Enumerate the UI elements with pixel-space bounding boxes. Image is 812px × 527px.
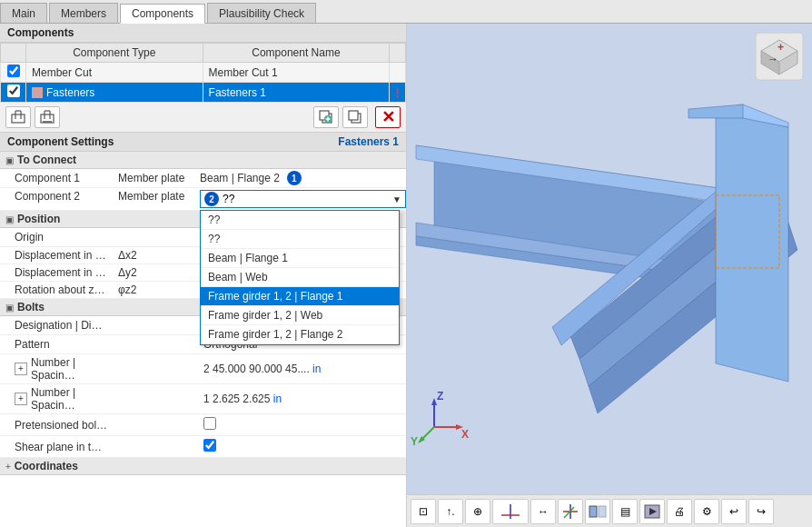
view-btn-rotate[interactable]: ↔: [530, 499, 556, 524]
badge-2: 2: [204, 192, 219, 206]
number-spacing1-row: +Number | Spacin… 2 45.000 90.000 45....…: [0, 354, 406, 384]
collapse-icon-position: ▣: [5, 214, 14, 224]
delete-btn[interactable]: ✕: [375, 106, 401, 128]
components-header: Components: [0, 24, 406, 43]
view-btn-display[interactable]: ▤: [612, 499, 638, 524]
settings-title: Component Settings: [7, 135, 114, 148]
row2-name: Fasteners 1: [203, 83, 390, 103]
view-btn-orient[interactable]: ↑.: [438, 499, 463, 524]
dropdown-popup: ?? ?? Beam | Flange 1 Beam | Web Frame g…: [200, 210, 400, 345]
component1-row: Component 1 Member plate Beam | Flange 2…: [0, 169, 406, 188]
rot-z-label: Rotation about z…: [0, 283, 118, 296]
disp-y-label: Displacement in …: [0, 266, 118, 279]
col-name: Component Name: [203, 44, 390, 63]
row2-type: Fasteners: [26, 83, 203, 103]
tab-members[interactable]: Members: [49, 3, 118, 23]
view-toolbar: ⊡ ↑. ⊕ ↔ ▤ 🖨 ⚙ ↩ ↪: [407, 494, 812, 527]
component1-sub: Member plate: [118, 172, 200, 184]
col-warn: [390, 44, 406, 63]
remove-component-btn[interactable]: [35, 106, 60, 128]
tab-plausibility[interactable]: Plausibility Check: [207, 3, 316, 23]
view-btn-home[interactable]: ⊡: [411, 499, 436, 524]
pretensioned-checkbox[interactable]: [203, 417, 216, 430]
add-component-btn[interactable]: [5, 106, 31, 128]
pretensioned-value: [200, 416, 406, 433]
svg-text:→: →: [767, 53, 778, 65]
pattern-label: Pattern: [0, 338, 118, 351]
group-coordinates[interactable]: + Coordinates: [0, 458, 406, 475]
view-btn-axes[interactable]: [492, 499, 529, 524]
svg-text:Y: Y: [411, 435, 418, 448]
component1-value: Beam | Flange 2 1: [200, 171, 406, 185]
row1-warn: [390, 63, 406, 83]
dropdown-option-1[interactable]: ??: [201, 211, 399, 230]
row1-name: Member Cut 1: [203, 63, 390, 83]
copy-btn[interactable]: [342, 106, 368, 128]
disp-x-label: Displacement in …: [0, 249, 118, 262]
group-label-coordinates: Coordinates: [15, 460, 78, 472]
dropdown-option-2[interactable]: ??: [201, 230, 399, 249]
group-label-position: Position: [17, 213, 60, 225]
collapse-icon-coords: +: [5, 462, 11, 472]
svg-text:Z: Z: [437, 390, 443, 403]
svg-text:+: +: [777, 41, 784, 54]
number-spacing2-row: +Number | Spacin… 1 2.625 2.625 in: [0, 384, 406, 414]
settings-component-name: Fasteners 1: [338, 135, 399, 148]
dropdown-option-5[interactable]: Frame girder 1, 2 | Flange 1: [201, 287, 399, 306]
table-row[interactable]: Member Cut Member Cut 1: [1, 63, 406, 83]
shear-value: [200, 438, 406, 455]
group-to-connect[interactable]: ▣ To Connect: [0, 152, 406, 169]
dropdown-option-7[interactable]: Frame girder 1, 2 | Flange 2: [201, 325, 399, 344]
nav-cube[interactable]: + →: [754, 31, 805, 82]
dropdown-option-4[interactable]: Beam | Web: [201, 268, 399, 287]
right-panel: Z X Y: [407, 24, 812, 527]
view-btn-redo[interactable]: ↪: [748, 499, 774, 524]
view-btn-z-orient[interactable]: [558, 499, 583, 524]
group-label-bolts: Bolts: [17, 301, 45, 313]
tab-main[interactable]: Main: [0, 3, 47, 23]
main-layout: Components Component Type Component Name…: [0, 24, 812, 527]
shear-checkbox[interactable]: [203, 439, 216, 452]
table-row[interactable]: Fasteners Fasteners 1 !: [1, 83, 406, 103]
view-btn-zoom-fit[interactable]: ⊕: [465, 499, 490, 524]
row1-type: Member Cut: [26, 63, 203, 83]
component1-label: Component 1: [0, 172, 118, 184]
disp-y-sub: Δy2: [118, 266, 200, 279]
component2-dropdown[interactable]: 2 ?? ▼: [200, 190, 406, 208]
view-btn-undo[interactable]: ↩: [721, 499, 747, 524]
origin-label: Origin: [0, 231, 118, 244]
dropdown-arrow: ▼: [392, 194, 401, 204]
left-panel: Components Component Type Component Name…: [0, 24, 407, 527]
svg-rect-0: [12, 114, 25, 123]
beam-3d-view: Z X Y: [407, 24, 812, 494]
rot-z-sub: φz2: [118, 283, 200, 296]
dropdown-option-6[interactable]: Frame girder 1, 2 | Web: [201, 306, 399, 325]
duplicate-btn[interactable]: [313, 106, 339, 128]
viewport[interactable]: Z X Y: [407, 24, 812, 494]
view-btn-settings[interactable]: ⚙: [694, 499, 719, 524]
row1-check[interactable]: [1, 63, 26, 83]
ns1-value: 2 45.000 90.000 45.... in: [200, 362, 406, 376]
svg-rect-50: [589, 506, 597, 517]
component2-row: Component 2 Member plate 2 ?? ▼ ?? ?? Be…: [0, 188, 406, 211]
shear-label: Shear plane in t…: [0, 441, 118, 453]
expand-icon-1[interactable]: +: [15, 363, 27, 375]
collapse-icon: ▣: [5, 155, 14, 165]
expand-icon-2[interactable]: +: [15, 393, 27, 405]
pretensioned-row: Pretensioned bol…: [0, 414, 406, 436]
svg-marker-26: [716, 109, 788, 382]
component2-sub: Member plate: [118, 190, 200, 203]
col-type: Component Type: [26, 44, 203, 63]
settings-content: ▣ To Connect Component 1 Member plate Be…: [0, 152, 406, 527]
view-btn-render[interactable]: [639, 499, 665, 524]
ns2-label: +Number | Spacin…: [0, 386, 118, 412]
row2-check[interactable]: [1, 83, 26, 103]
view-btn-print[interactable]: 🖨: [667, 499, 692, 524]
tab-components[interactable]: Components: [120, 4, 205, 24]
dropdown-option-3[interactable]: Beam | Flange 1: [201, 249, 399, 268]
svg-line-49: [564, 507, 574, 518]
pretensioned-label: Pretensioned bol…: [0, 419, 118, 432]
col-check: [1, 44, 26, 63]
view-btn-mirror[interactable]: [585, 499, 610, 524]
svg-text:X: X: [461, 428, 469, 441]
